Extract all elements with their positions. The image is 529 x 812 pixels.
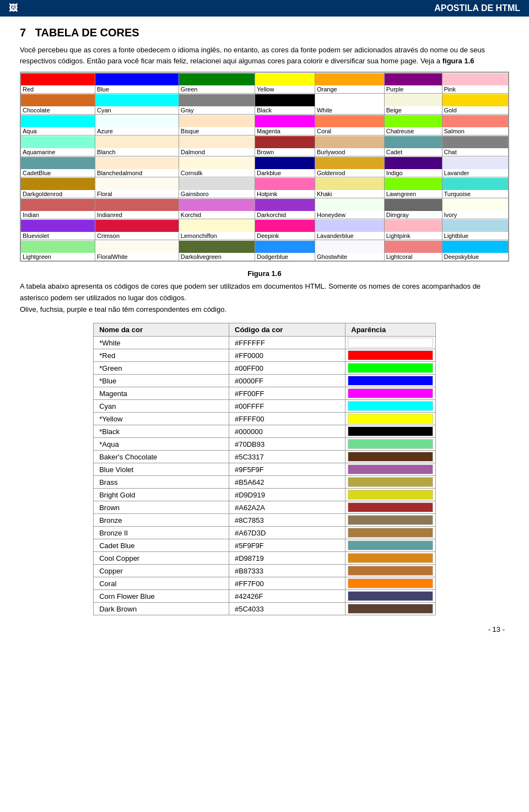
color-grid-cell: Goldenrod xyxy=(315,156,384,177)
cell-inner: Green xyxy=(179,73,255,93)
color-grid-cell: Azure xyxy=(95,115,179,136)
cell-inner: Cyan xyxy=(95,94,179,114)
cell-inner: Honeydew xyxy=(315,199,384,219)
cell-inner: Darkblue xyxy=(255,157,315,177)
color-label: Pink xyxy=(442,85,508,93)
color-grid-cell: Gold xyxy=(442,94,508,115)
color-swatch xyxy=(442,73,508,85)
color-grid-cell: Beige xyxy=(384,94,442,115)
color-swatch xyxy=(255,220,315,232)
color-name-cell: *White xyxy=(94,337,229,349)
color-label: Yellow xyxy=(255,85,315,93)
color-swatch xyxy=(348,401,433,411)
color-swatch xyxy=(385,115,442,127)
color-swatch xyxy=(385,178,442,190)
color-swatch xyxy=(442,199,508,211)
color-swatch xyxy=(21,73,95,85)
table-row: Baker's Chocolate #5C3317 xyxy=(94,451,436,463)
color-swatch xyxy=(21,136,95,148)
cell-inner: Indian xyxy=(21,199,95,219)
cell-inner: Deepskyblue xyxy=(442,241,508,261)
color-code-cell: #B87333 xyxy=(229,565,346,577)
cell-inner: Burlywood xyxy=(315,136,384,156)
color-swatch xyxy=(179,220,255,232)
color-swatch xyxy=(385,241,442,253)
color-swatch xyxy=(348,464,433,474)
color-label: Lavander xyxy=(442,169,508,177)
color-label: Gold xyxy=(442,106,508,114)
color-swatch xyxy=(348,414,433,424)
intro-paragraph: Você percebeu que as cores a fonte obede… xyxy=(20,45,509,66)
color-swatch xyxy=(315,220,384,232)
color-swatch xyxy=(95,220,179,232)
color-code-cell: #FFFF00 xyxy=(229,413,346,425)
cell-inner: Aqua xyxy=(21,115,95,135)
color-label: Floral xyxy=(95,190,179,198)
cell-inner: Lavander xyxy=(442,157,508,177)
color-label: Deepink xyxy=(255,232,315,240)
cell-inner: Salmon xyxy=(442,115,508,135)
color-grid-cell: White xyxy=(315,94,384,115)
color-grid-table: Red Blue Green Yellow Orange xyxy=(20,72,509,261)
color-label: Green xyxy=(179,85,255,93)
color-label: Cadet xyxy=(385,148,442,156)
color-swatch xyxy=(95,136,179,148)
color-grid-cell: Coral xyxy=(315,115,384,136)
color-label: Crimson xyxy=(95,232,179,240)
color-swatch xyxy=(255,115,315,127)
color-name-cell: *Yellow xyxy=(94,413,229,425)
color-grid-row: Lightgreen FloralWhite Darkolivegreen Do… xyxy=(21,240,509,261)
color-grid-cell: Lightblue xyxy=(442,219,508,240)
color-code-cell: #FFFFFF xyxy=(229,337,346,349)
color-grid-cell: Darkorchid xyxy=(255,198,315,219)
color-label: Aqua xyxy=(21,127,95,135)
color-swatch xyxy=(348,540,433,550)
cell-inner: Lightcoral xyxy=(385,241,442,261)
color-label: Red xyxy=(21,85,95,93)
color-swatch xyxy=(95,157,179,169)
cell-inner: Dalmond xyxy=(179,136,255,156)
color-name-cell: Cyan xyxy=(94,400,229,413)
color-swatch xyxy=(255,94,315,106)
color-grid-row: Red Blue Green Yellow Orange xyxy=(21,73,509,94)
color-appearance-cell xyxy=(346,425,436,438)
color-swatch xyxy=(315,136,384,148)
cell-inner: Lavanderblue xyxy=(315,220,384,240)
cell-inner: Black xyxy=(255,94,315,114)
color-code-cell: #5C3317 xyxy=(229,451,346,463)
color-grid-row: Blueviolet Crimson Lemonchiffon Deepink … xyxy=(21,219,509,240)
color-appearance-cell xyxy=(346,476,436,489)
color-label: Deepskyblue xyxy=(442,253,508,261)
color-name-cell: Bright Gold xyxy=(94,489,229,501)
color-label: Purple xyxy=(385,85,442,93)
color-name-cell: Dark Brown xyxy=(94,603,229,615)
table-row: *Green #00FF00 xyxy=(94,362,436,375)
table-row: Bronze #8C7853 xyxy=(94,514,436,527)
color-label: Orange xyxy=(315,85,384,93)
color-appearance-cell xyxy=(346,463,436,476)
cell-inner: FloralWhite xyxy=(95,241,179,261)
color-label: CadetBlue xyxy=(21,169,95,177)
page-number: - 13 - xyxy=(20,625,509,634)
color-appearance-cell xyxy=(346,337,436,349)
color-grid-cell: Lawngreen xyxy=(384,177,442,198)
color-appearance-cell xyxy=(346,438,436,451)
color-grid-cell: Aqua xyxy=(21,115,95,136)
color-label: Blanchedalmond xyxy=(95,169,179,177)
cell-inner: Orange xyxy=(315,73,384,93)
color-swatch xyxy=(179,157,255,169)
cell-inner: Coral xyxy=(315,115,384,135)
color-reference-table: Nome da cor Código da cor Aparência *Whi… xyxy=(93,323,436,615)
color-swatch xyxy=(315,157,384,169)
color-grid-cell: Green xyxy=(179,73,255,94)
color-grid-cell: Khaki xyxy=(315,177,384,198)
color-grid-cell: Aquamarine xyxy=(21,136,95,156)
color-code-cell: #70DB93 xyxy=(229,438,346,451)
color-swatch xyxy=(95,94,179,106)
table-row: Cadet Blue #5F9F9F xyxy=(94,539,436,552)
color-name-cell: Bronze II xyxy=(94,527,229,539)
color-swatch xyxy=(255,136,315,148)
color-label: Turquoise xyxy=(442,190,508,198)
cell-inner: Azure xyxy=(95,115,179,135)
color-swatch xyxy=(179,136,255,148)
